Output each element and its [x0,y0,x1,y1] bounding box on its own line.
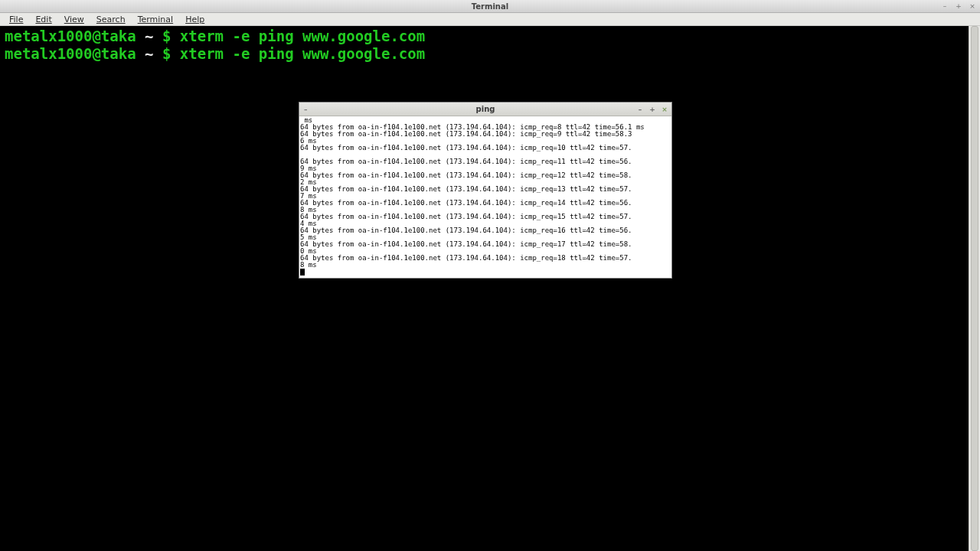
menu-file[interactable]: File [3,15,29,24]
main-window-titlebar[interactable]: Terminal – + × [0,0,980,13]
menubar: File Edit View Search Terminal Help [0,13,980,26]
xterm-menu-icon[interactable]: – [304,106,308,113]
scrollbar-thumb[interactable] [971,26,978,551]
minimize-button[interactable]: – [940,2,949,10]
main-window-title: Terminal [472,2,508,11]
menu-help[interactable]: Help [179,15,211,24]
maximize-button[interactable]: + [954,2,963,10]
menu-search[interactable]: Search [90,15,132,24]
menu-edit[interactable]: Edit [29,15,57,24]
main-window-controls: – + × [940,2,977,10]
close-button[interactable]: × [968,2,977,10]
xterm-window-controls: – + × [636,106,668,113]
terminal-text: metalx1000@taka ~ $ xterm -e ping www.go… [0,26,980,64]
xterm-maximize-button[interactable]: + [648,106,656,113]
terminal-scrollbar[interactable] [969,26,980,551]
xterm-titlebar[interactable]: – ping – + × [299,103,671,116]
xterm-title: ping [476,105,495,113]
xterm-minimize-button[interactable]: – [636,106,644,113]
xterm-output: ms 64 bytes from oa-in-f104.1e100.net (1… [299,116,671,278]
menu-view[interactable]: View [58,15,90,24]
xterm-cursor [300,269,305,276]
menu-terminal[interactable]: Terminal [132,15,180,24]
xterm-close-button[interactable]: × [661,106,668,113]
xterm-window[interactable]: – ping – + × ms 64 bytes from oa-in-f104… [299,102,672,279]
